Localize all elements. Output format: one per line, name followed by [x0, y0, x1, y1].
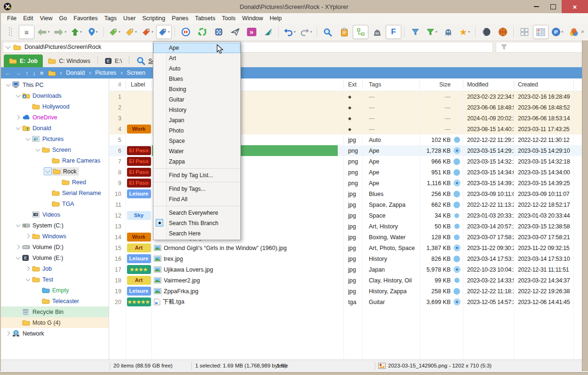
tree-item-empty[interactable]: Empty: [0, 285, 109, 296]
tree-item-recycle-bin[interactable]: Recycle Bin: [0, 306, 109, 317]
tree-expander-icon[interactable]: [14, 116, 22, 119]
column-header-size[interactable]: Size: [420, 81, 463, 89]
menu-item-search-this-branch[interactable]: Search This Branch: [153, 218, 240, 228]
menu-tags[interactable]: Tags: [101, 14, 120, 23]
tree-expander-icon[interactable]: [33, 149, 42, 151]
menu-item-art[interactable]: Art: [153, 53, 240, 63]
tree-item-onedrive[interactable]: OneDrive: [0, 112, 109, 123]
tree-expander-icon[interactable]: [24, 267, 32, 270]
toolbar-overflow-chevron[interactable]: »: [581, 28, 584, 35]
tree-expander-icon[interactable]: [4, 332, 12, 335]
dropdown-caret-icon[interactable]: ▾: [294, 30, 296, 34]
tree-item-network[interactable]: Network: [0, 328, 109, 339]
tree-item-this-pc[interactable]: This PC: [0, 79, 109, 90]
pin-button[interactable]: ▾: [85, 25, 101, 39]
crumb-segment-donald[interactable]: Donald: [66, 70, 85, 76]
file-row-15[interactable]: 15ArtOrmond Gigli's “Girls in the Window…: [110, 242, 582, 253]
tree-item-downloads[interactable]: Downloads: [0, 90, 109, 101]
up-button[interactable]: ▾: [69, 25, 84, 39]
menu-item-ape[interactable]: Ape: [153, 43, 240, 53]
tree-expander-icon[interactable]: [24, 279, 32, 281]
menu-help[interactable]: Help: [266, 14, 285, 23]
dropdown-caret-icon[interactable]: ▾: [436, 30, 437, 34]
tree-item-donald[interactable]: Donald: [0, 123, 109, 133]
menu-item-guitar[interactable]: Guitar: [153, 94, 240, 105]
crumb-forward-icon[interactable]: →: [15, 70, 21, 77]
tree-expander-icon[interactable]: [24, 138, 32, 140]
dropdown-caret-icon[interactable]: ▾: [65, 30, 67, 34]
menu-item-japan[interactable]: Japan: [153, 115, 240, 125]
tree-item-videos[interactable]: Videos: [0, 209, 109, 220]
crumb-up-icon[interactable]: ↑: [25, 70, 29, 77]
funnel-blue-button[interactable]: [407, 25, 423, 39]
crumb-back-icon[interactable]: ←: [5, 70, 11, 77]
letter-f-button[interactable]: F: [386, 25, 401, 39]
tab-e[interactable]: EE:\: [100, 55, 127, 67]
tree-item-volume-e[interactable]: EVolume (E:): [0, 252, 109, 263]
tag-yellow-button[interactable]: ▾: [123, 25, 139, 39]
column-header-ext[interactable]: Ext: [344, 81, 363, 89]
basketball-button[interactable]: [495, 25, 510, 39]
dropdown-caret-icon[interactable]: ▾: [468, 30, 470, 34]
menu-item-history[interactable]: History: [153, 105, 240, 115]
menu-item-zappa[interactable]: Zappa: [153, 156, 240, 167]
redo-button[interactable]: ▾: [298, 25, 314, 39]
tree-expander-icon[interactable]: [4, 84, 12, 86]
ghost-button[interactable]: [440, 25, 456, 39]
menu-favorites[interactable]: Favorites: [70, 14, 101, 23]
tree-expander-icon[interactable]: [14, 245, 22, 249]
crumb-menu-icon[interactable]: ≡: [40, 70, 44, 77]
address-dropdown-icon[interactable]: [5, 44, 10, 49]
menu-item-find-all[interactable]: Find All: [153, 194, 240, 204]
tree-item-rare-cameras[interactable]: Rare Cameras: [0, 155, 109, 166]
tree-expander-icon[interactable]: [14, 257, 22, 259]
maximize-button[interactable]: [545, 0, 562, 13]
menu-user[interactable]: User: [120, 14, 139, 23]
details-view-button[interactable]: [533, 25, 548, 39]
dropdown-caret-icon[interactable]: ▾: [48, 30, 50, 34]
tree-item-telecaster[interactable]: Telecaster: [0, 296, 109, 306]
dropdown-caret-icon[interactable]: ▾: [562, 30, 564, 34]
menu-scripting[interactable]: Scripting: [139, 14, 168, 23]
tree-item-serial-rename[interactable]: Serial Rename: [0, 188, 109, 198]
tree-item-screen[interactable]: Screen: [0, 144, 109, 155]
menu-edit[interactable]: Edit: [20, 14, 37, 23]
dropdown-caret-icon[interactable]: ▾: [310, 30, 312, 34]
menu-tabsets[interactable]: Tabsets: [192, 14, 219, 23]
file-row-20[interactable]: 20★★★★★下載.tgatgaGuitar3,699 KB2023-12-05…: [110, 297, 582, 307]
column-header-item[interactable]: #: [110, 81, 126, 89]
menu-item-photo[interactable]: Photo: [153, 125, 240, 136]
search-button[interactable]: [320, 25, 335, 39]
tree-item-pictures[interactable]: Pictures: [0, 133, 109, 144]
dropdown-caret-icon[interactable]: ▾: [80, 30, 82, 34]
file-row-19[interactable]: 19LeisureZppaFrka.jpgjpgHistory, Zappa25…: [110, 286, 582, 297]
tree-item-system-c[interactable]: System (C:): [0, 220, 109, 231]
tree-expander-icon[interactable]: [43, 167, 52, 175]
tree-item-job[interactable]: Job: [0, 263, 109, 274]
tree-item-hollywood[interactable]: Hollywood: [0, 101, 109, 112]
funnel-green-button[interactable]: ▾: [424, 25, 439, 39]
menu-item-search-here[interactable]: Search Here: [153, 228, 240, 239]
forward-button[interactable]: ▾: [52, 25, 68, 39]
file-row-17[interactable]: 17★★★★Ujikawa Lovers.jpgjpgJapan5,978 KB…: [110, 264, 582, 275]
tree-expander-icon[interactable]: [14, 225, 22, 227]
paper-plane-button[interactable]: [227, 25, 243, 39]
sync-red-button[interactable]: [178, 25, 193, 39]
weight-kg-button[interactable]: KG: [369, 25, 385, 39]
menu-window[interactable]: Window: [239, 14, 266, 23]
tree-view-button[interactable]: [353, 25, 368, 39]
menu-item-find-by-tag-list[interactable]: Find by Tag List...: [153, 170, 240, 180]
dice-button[interactable]: [211, 25, 226, 39]
tree-item-moto-g-4[interactable]: Moto G (4): [0, 317, 109, 328]
menu-go[interactable]: Go: [56, 14, 71, 23]
close-button[interactable]: ×: [562, 0, 588, 13]
column-header-label[interactable]: Label: [126, 81, 152, 89]
file-row-18[interactable]: 18ArtVairmeer2.jpgjpgClay, History, Oil9…: [110, 275, 582, 286]
quad-panes-button[interactable]: [516, 25, 532, 39]
tree-item-rock[interactable]: Rock: [0, 166, 109, 177]
address-bar[interactable]: Donald\Pictures\Screen\Rock: [3, 42, 493, 53]
tree-expander-icon[interactable]: [14, 127, 22, 129]
undo-button[interactable]: ▾: [282, 25, 297, 39]
back-button[interactable]: ▾: [35, 25, 51, 39]
column-header-tags[interactable]: Tags: [363, 81, 420, 89]
